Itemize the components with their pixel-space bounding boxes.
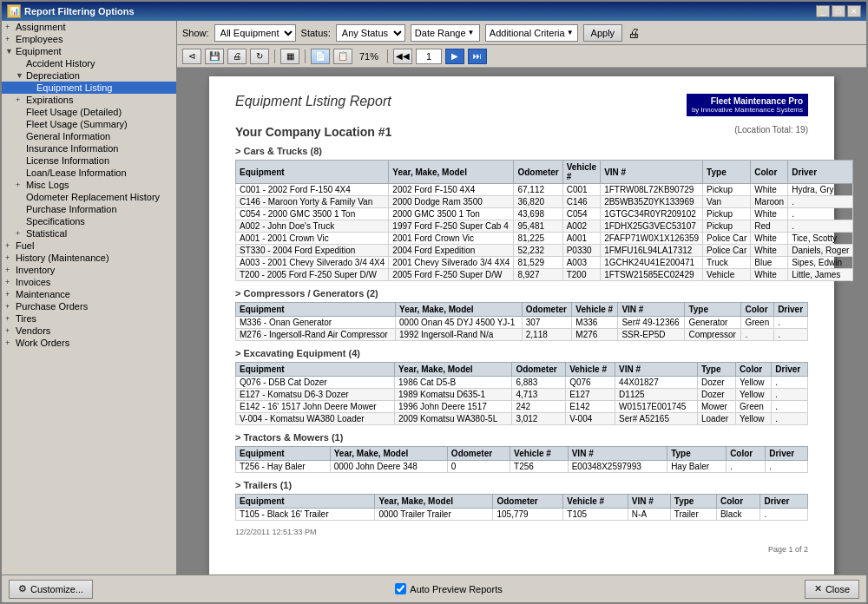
- expand-icon: +: [16, 95, 24, 104]
- report-area[interactable]: Equipment Listing Report Fleet Maintenan…: [177, 68, 866, 574]
- sidebar-item-specifications[interactable]: Specifications: [2, 215, 176, 227]
- table-cell: 0000 Trailer Trailer: [375, 509, 493, 521]
- table-cell: Generator: [685, 317, 741, 329]
- close-window-button[interactable]: ✕: [847, 5, 861, 17]
- nav-page-view[interactable]: 📄: [311, 49, 330, 64]
- page-input[interactable]: 1: [416, 49, 442, 64]
- table-cell: Pickup: [703, 220, 751, 233]
- table-cell: 2000 Dodge Ram 3500: [389, 196, 514, 208]
- sidebar-item-accident-history[interactable]: Accident History: [2, 57, 176, 69]
- table-cell: Vehicle: [703, 269, 751, 281]
- sidebar-item-purchase-information[interactable]: Purchase Information: [2, 203, 176, 215]
- sidebar-item-work-orders[interactable]: +Work Orders: [2, 337, 176, 349]
- column-header: Color: [716, 495, 760, 509]
- table-cell: 2001 Chevy Silverado 3/4 4X4: [389, 257, 514, 269]
- table-cell: A002: [562, 220, 600, 233]
- title-bar-left: 📊 Report Filtering Options: [7, 4, 135, 18]
- sidebar-item-employees[interactable]: +Employees: [2, 33, 176, 45]
- table-cell: 81,225: [514, 233, 562, 245]
- table-cell: .: [760, 509, 808, 521]
- nav-export[interactable]: 💾: [205, 49, 224, 64]
- maximize-button[interactable]: □: [832, 5, 845, 17]
- table-row: C146 - Maroon Yorty & Family Van2000 Dod…: [236, 196, 853, 208]
- close-button[interactable]: ✕ Close: [805, 580, 859, 599]
- sidebar-item-invoices[interactable]: +Invoices: [2, 276, 176, 288]
- table-row: T200 - 2005 Ford F-250 Super D/W2005 For…: [236, 269, 853, 281]
- sidebar-item-label: Inventory: [16, 265, 55, 275]
- sidebar-item-history-maintenance[interactable]: +History (Maintenance): [2, 252, 176, 264]
- data-table-2: EquipmentYear, Make, ModelOdometerVehicl…: [235, 362, 808, 425]
- sidebar-item-fleet-usage-detailed[interactable]: Fleet Usage (Detailed): [2, 106, 176, 118]
- table-row: E127 - Komatsu D6-3 Dozer1989 Komatsu D6…: [236, 389, 808, 401]
- sidebar-item-tires[interactable]: +Tires: [2, 312, 176, 325]
- additional-criteria-dropdown[interactable]: Additional Criteria ▼: [485, 24, 578, 42]
- expand-icon: +: [5, 241, 14, 250]
- sidebar-item-insurance-information[interactable]: Insurance Information: [2, 142, 176, 154]
- section-title: > Excavating Equipment (4): [235, 348, 360, 358]
- brand-name: Fleet Maintenance Pro: [692, 96, 803, 106]
- nav-refresh[interactable]: ↻: [250, 49, 269, 64]
- column-header: Type: [667, 447, 727, 461]
- nav-print[interactable]: 🖨: [227, 49, 247, 64]
- table-cell: 2000 GMC 3500 1 Ton: [389, 208, 514, 220]
- nav-book-view[interactable]: 📋: [333, 49, 352, 64]
- column-header: Type: [697, 363, 735, 377]
- separator-1: [274, 49, 275, 63]
- table-cell: Sipes, Edwin: [788, 257, 853, 269]
- nav-first-page[interactable]: ◀◀: [393, 49, 412, 64]
- zoom-display: 71%: [356, 51, 382, 62]
- sidebar-item-statistical[interactable]: +Statistical: [2, 227, 176, 240]
- separator-2: [305, 49, 306, 63]
- apply-button[interactable]: Apply: [583, 24, 623, 42]
- auto-preview-checkbox[interactable]: [395, 583, 406, 594]
- sidebar-item-equipment-listing[interactable]: Equipment Listing: [2, 82, 176, 94]
- sidebar-item-loan-lease-information[interactable]: Loan/Lease Information: [2, 167, 176, 179]
- sidebar-item-fleet-usage-summary[interactable]: Fleet Usage (Summary): [2, 118, 176, 130]
- sidebar-item-label: Fleet Usage (Detailed): [26, 107, 122, 117]
- date-range-arrow: ▼: [468, 29, 475, 36]
- table-cell: .: [774, 317, 808, 329]
- apply-icon[interactable]: 🖨: [628, 26, 640, 40]
- date-range-dropdown[interactable]: Date Range ▼: [411, 24, 480, 42]
- nav-play[interactable]: ▶: [445, 49, 464, 64]
- minimize-button[interactable]: _: [816, 5, 830, 17]
- nav-group[interactable]: ▦: [280, 49, 299, 64]
- table-cell: Little, James: [788, 269, 853, 281]
- table-cell: 0: [447, 461, 510, 473]
- table-cell: Police Car: [703, 233, 751, 245]
- column-header: Type: [685, 303, 741, 317]
- status-select[interactable]: Any Status: [336, 24, 405, 42]
- sidebar-item-purchase-orders[interactable]: +Purchase Orders: [2, 300, 176, 312]
- sidebar-item-label: Loan/Lease Information: [26, 167, 127, 178]
- sidebar-item-general-information[interactable]: General Information: [2, 130, 176, 142]
- table-cell: Tice, Scotty: [788, 233, 853, 245]
- table-cell: M276: [572, 329, 618, 341]
- table-cell: 2009 Komatsu WA380-5L: [395, 413, 512, 425]
- table-row: A002 - John Doe's Truck1997 Ford F-250 S…: [236, 220, 853, 233]
- table-cell: E127 - Komatsu D6-3 Dozer: [236, 389, 395, 401]
- sidebar-item-depreciation[interactable]: ▼Depreciation: [2, 69, 176, 82]
- sidebar-item-fuel[interactable]: +Fuel: [2, 240, 176, 252]
- table-cell: 8,927: [514, 269, 562, 281]
- sidebar-item-assignment[interactable]: +Assignment: [2, 21, 176, 33]
- section-title: > Compressors / Generators (2): [235, 288, 378, 299]
- section-header: > Compressors / Generators (2): [235, 288, 808, 299]
- sidebar-item-label: Employees: [16, 34, 62, 44]
- sidebar-item-equipment[interactable]: ▼Equipment: [2, 45, 176, 57]
- expand-icon: +: [5, 35, 14, 43]
- sidebar-item-maintenance[interactable]: +Maintenance: [2, 288, 176, 300]
- report-brand: Fleet Maintenance Pro by Innovative Main…: [687, 94, 808, 116]
- sidebar-item-misc-logs[interactable]: +Misc Logs: [2, 179, 176, 191]
- sidebar-item-license-information[interactable]: License Information: [2, 154, 176, 167]
- sidebar-item-expirations[interactable]: +Expirations: [2, 94, 176, 106]
- sidebar-item-inventory[interactable]: +Inventory: [2, 264, 176, 276]
- customize-button[interactable]: ⚙ Customize...: [9, 580, 93, 599]
- nav-last-page[interactable]: ⏭: [468, 49, 487, 64]
- table-cell: Green: [741, 317, 774, 329]
- show-select[interactable]: All Equipment: [214, 24, 296, 42]
- nav-prev-first[interactable]: ⊲: [182, 49, 201, 64]
- column-header: Driver: [788, 161, 853, 184]
- sidebar-item-vendors[interactable]: +Vendors: [2, 325, 176, 337]
- sidebar-item-odometer-replacement[interactable]: Odometer Replacement History: [2, 191, 176, 203]
- report-sections: > Cars & Trucks (8)EquipmentYear, Make, …: [235, 146, 808, 521]
